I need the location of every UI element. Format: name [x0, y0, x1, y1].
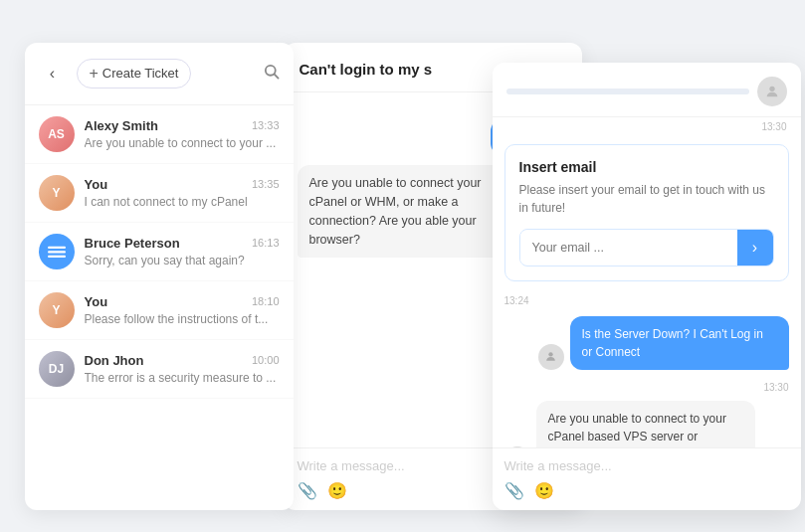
conversation-item[interactable]: YYou18:10Please follow the instructions … — [25, 281, 294, 340]
loading-bar — [506, 89, 749, 94]
email-input[interactable] — [520, 232, 737, 264]
create-ticket-button[interactable]: + Create Ticket — [77, 59, 192, 89]
bubble: Is the Server Down? I Can't Log in or Co… — [570, 316, 789, 370]
right-message-row: Is the Server Down? I Can't Log in or Co… — [504, 316, 789, 370]
conv-msg: I can not connect to my cPanel — [85, 195, 280, 209]
avatar: Y — [39, 175, 75, 211]
avatar: AS — [39, 116, 75, 152]
svg-point-6 — [548, 352, 552, 356]
conversation-item[interactable]: YYou13:35I can not connect to my cPanel — [25, 164, 294, 223]
avatar — [39, 234, 75, 269]
insert-email-card: Insert email Please insert your email to… — [504, 144, 789, 281]
right-emoji-icon[interactable]: 🙂 — [534, 481, 554, 500]
conv-name: Alexy Smith — [85, 118, 158, 133]
right-attachment-icon[interactable]: 📎 — [504, 481, 524, 500]
svg-rect-2 — [48, 246, 66, 248]
conv-time: 16:13 — [252, 237, 280, 249]
avatar: Y — [39, 292, 75, 328]
conv-msg: The error is a security measure to ... — [85, 371, 280, 385]
right-input-area: Write a message... 📎 🙂 — [493, 447, 801, 510]
conv-info: Don Jhon10:00The error is a security mea… — [85, 353, 280, 385]
right-panel: 13:30 Insert email Please insert your em… — [493, 63, 801, 510]
user-avatar — [538, 344, 564, 370]
conv-time: 10:00 — [252, 354, 280, 366]
conv-time: 13:33 — [252, 119, 280, 131]
svg-point-5 — [769, 86, 774, 90]
right-input-placeholder[interactable]: Write a message... — [504, 458, 789, 473]
create-ticket-label: Create Ticket — [102, 66, 179, 81]
right-msg-time-2: 13:30 — [504, 382, 789, 393]
conv-msg: Sorry, can you say that again? — [85, 254, 280, 267]
insert-email-title: Insert email — [519, 159, 774, 175]
conv-info: You18:10Please follow the instructions o… — [85, 294, 280, 326]
right-top-bar-area — [493, 63, 801, 117]
right-chat-messages: 13:24 Is the Server Down? I Can't Log in… — [493, 289, 801, 447]
conversation-item[interactable]: DJDon Jhon10:00The error is a security m… — [25, 340, 294, 399]
conversation-item[interactable]: ASAlexy Smith13:33Are you unable to conn… — [25, 105, 294, 164]
conv-name: You — [85, 294, 108, 309]
search-icon[interactable] — [263, 63, 280, 85]
bubble: Are you unable to connect to your cPanel… — [536, 401, 755, 447]
conv-name: You — [85, 177, 108, 192]
conv-name: Don Jhon — [85, 353, 144, 368]
svg-rect-4 — [48, 255, 66, 257]
insert-email-desc: Please insert your email to get in touch… — [519, 181, 774, 217]
right-input-actions: 📎 🙂 — [504, 481, 789, 500]
right-avatar — [757, 77, 787, 106]
right-message-row-2: Are you unable to connect to your cPanel… — [504, 401, 789, 447]
email-submit-button[interactable]: › — [737, 230, 773, 266]
conv-msg: Are you unable to connect to your ... — [85, 136, 280, 150]
left-header: ‹ + Create Ticket — [25, 43, 294, 105]
left-panel: ‹ + Create Ticket ASAlexy Smith13:33Are … — [25, 43, 294, 510]
conversation-list: ASAlexy Smith13:33Are you unable to conn… — [25, 105, 294, 510]
conv-msg: Please follow the instructions of t... — [85, 312, 280, 326]
svg-rect-3 — [48, 251, 66, 253]
back-button[interactable]: ‹ — [39, 60, 67, 88]
email-input-row: › — [519, 229, 774, 266]
plus-icon: + — [90, 65, 99, 83]
conv-name: Bruce Peterson — [85, 236, 180, 251]
conv-info: Bruce Peterson16:13Sorry, can you say th… — [85, 236, 280, 267]
conv-info: You13:35I can not connect to my cPanel — [85, 177, 280, 209]
right-time-top: 13:30 — [493, 117, 801, 136]
emoji-icon[interactable]: 🙂 — [327, 481, 347, 500]
conv-time: 18:10 — [252, 295, 280, 307]
attachment-icon[interactable]: 📎 — [298, 481, 317, 500]
conv-time: 13:35 — [252, 178, 280, 190]
avatar: DJ — [39, 351, 75, 387]
conv-info: Alexy Smith13:33Are you unable to connec… — [85, 118, 280, 150]
conversation-item[interactable]: Bruce Peterson16:13Sorry, can you say th… — [25, 223, 294, 281]
left-header-left: ‹ + Create Ticket — [39, 59, 192, 89]
svg-line-1 — [274, 74, 278, 78]
right-msg-time: 13:24 — [504, 295, 789, 306]
